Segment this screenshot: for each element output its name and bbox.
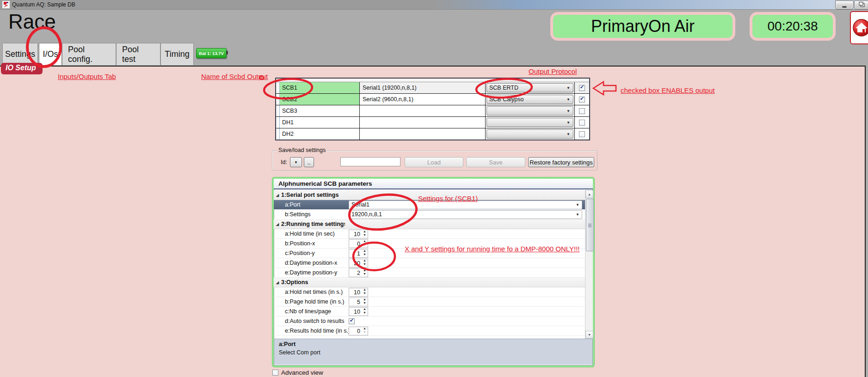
grid-row[interactable]: b:Page hold time (in s.)5▲▼ [274,297,585,307]
tab-pool-test[interactable]: Pool test [116,43,160,65]
restore-icon [861,3,865,7]
param-spinner[interactable]: 10▲▼ [349,230,368,238]
param-spinner[interactable]: 10▲▼ [349,307,368,316]
annotation-xy-settings: X and Y settings for running time fo a D… [405,245,580,253]
home-button[interactable] [850,11,868,44]
expander-icon[interactable]: ◢ [274,280,281,285]
browse-button[interactable]: .. [304,157,314,167]
spin-down-icon[interactable]: ▼ [362,273,368,276]
output-name-cell[interactable]: SCB3 [280,105,360,116]
grid-row-label: c:Position-y [281,250,349,256]
save-button[interactable]: Save [466,157,525,167]
tab-timing[interactable]: Timing [160,43,194,65]
output-name-cell[interactable]: DH1 [280,117,360,128]
spin-down-icon[interactable]: ▼ [362,243,368,247]
protocol-dropdown[interactable]: SCB ERTD▼ [486,83,573,92]
enable-output-checkbox[interactable] [579,108,585,114]
grid-row[interactable]: d:Auto switch to results [274,316,585,326]
param-checkbox[interactable] [349,318,355,324]
grid-row[interactable]: c:Nb of lines/page10▲▼ [274,307,585,316]
spin-down-icon[interactable]: ▼ [362,234,368,237]
grid-row[interactable]: d:Daytime position-x20▲▼ [274,258,585,268]
param-spinner[interactable]: 10▲▼ [349,288,368,297]
param-dropdown[interactable]: 19200,n,8,1▼ [349,210,582,219]
spin-down-icon[interactable]: ▼ [362,253,368,257]
annotation-name-scbd: Name of Scbd Output [201,73,268,80]
save-load-group-label: Save/load settings [277,147,327,153]
load-button[interactable]: Load [405,157,463,167]
grid-row[interactable]: e:Daytime position-y2▲▼ [274,268,585,278]
enable-output-checkbox[interactable] [579,97,585,103]
on-air-badge: PrimaryOn Air [550,12,735,41]
grid-row[interactable]: a:Hold net times (in s.)10▲▼ [274,287,585,297]
home-icon [852,18,868,37]
restore-factory-settings-button[interactable]: Restore factory settings [528,157,594,167]
expander-icon[interactable]: ◢ [274,222,281,226]
title-bar: Quantum AQ: Sample DB [0,0,868,10]
spin-down-icon[interactable]: ▼ [362,263,368,267]
grid-row-label: d:Auto switch to results [281,318,349,324]
output-name-cell[interactable]: SCB2 [280,94,360,105]
protocol-dropdown[interactable]: SCB Calypso▼ [486,95,573,104]
grid-category[interactable]: ◢2:Running time settings [274,219,585,229]
grid-row[interactable]: b:Settings19200,n,8,1▼ [274,210,585,219]
grid-category[interactable]: ◢3:Options [274,278,585,287]
spin-down-icon[interactable]: ▼ [362,331,368,334]
scroll-down-icon[interactable]: ▼ [585,331,593,339]
settings-name-input[interactable] [340,157,400,166]
protocol-dropdown[interactable]: ▼ [486,106,573,116]
outputs-table-header [276,79,589,82]
enable-output-checkbox[interactable] [579,85,585,91]
param-spinner[interactable]: 1▲▼ [349,249,368,258]
table-row-scb3[interactable]: SCB3▼ [276,105,589,117]
param-spinner[interactable]: 20▲▼ [349,259,368,268]
enable-output-checkbox[interactable] [579,131,585,137]
param-spinner[interactable]: 0▲▼ [349,327,368,335]
output-config-cell: Serial2 (9600,n,8,1) [360,94,486,105]
spin-down-icon[interactable]: ▼ [362,292,368,296]
advanced-view-label: Advanced view [281,369,323,376]
protocol-dropdown[interactable]: ▼ [486,118,573,127]
spin-down-icon[interactable]: ▼ [362,302,368,305]
parameter-grid: ◢1:Serial port settingsa:PortSerial1▼b:S… [274,190,585,339]
param-spinner[interactable]: 0▲▼ [349,239,368,248]
minimize-button[interactable] [835,0,854,9]
grid-row-label: e:Daytime position-y [281,269,349,276]
row-selector[interactable] [276,128,280,140]
row-selector[interactable] [276,94,280,105]
annotation-settings-for-scb1: Settings for (SCB1) [418,195,478,202]
tab-settings[interactable]: Settings [2,43,38,65]
property-description-pane: a:Port Select Com port [274,339,592,365]
protocol-dropdown[interactable]: ▼ [486,129,573,139]
row-selector[interactable] [276,105,280,116]
grid-scrollbar[interactable]: ▲ ▼ [585,190,593,339]
output-name-cell[interactable]: DH2 [280,128,360,140]
grid-row[interactable]: a:Hold time (in sec)10▲▼ [274,229,585,239]
output-config-cell [360,117,486,128]
table-row-scb1[interactable]: SCB1Serial1 (19200,n,8,1)SCB ERTD▼ [276,82,589,94]
battery-indicator: Bat 1: 13.7V [196,48,227,58]
scrollbar-thumb[interactable] [586,199,594,251]
table-row-dh1[interactable]: DH1▼ [276,117,589,128]
param-spinner[interactable]: 2▲▼ [349,268,368,277]
scroll-up-icon[interactable]: ▲ [585,190,593,198]
grid-row-label: c:Nb of lines/page [281,308,349,315]
id-dropdown-button[interactable]: ▼ [290,157,302,167]
tab-i-os[interactable]: I/Os [39,43,62,65]
restore-button[interactable] [854,0,868,9]
grid-row[interactable]: e:Results hold time (in s.)0▲▼ [274,326,585,336]
expander-icon[interactable]: ◢ [274,193,281,197]
annotation-checked-box: checked box ENABLES output [621,86,714,94]
table-row-scb2[interactable]: SCB2Serial2 (9600,n,8,1)SCB Calypso▼ [276,94,589,105]
table-row-dh2[interactable]: DH2▼ [276,128,589,140]
row-selector[interactable] [276,82,280,93]
enable-output-checkbox[interactable] [579,120,585,126]
output-name-cell[interactable]: SCB1 [280,82,360,93]
spin-down-icon[interactable]: ▼ [362,311,368,315]
row-selector[interactable] [276,117,280,128]
minimize-icon [843,6,847,7]
tab-pool-config-[interactable]: Pool config. [62,43,116,65]
advanced-view-checkbox[interactable] [272,370,278,376]
grid-row-label: b:Page hold time (in s.) [281,298,349,305]
param-spinner[interactable]: 5▲▼ [349,298,368,306]
